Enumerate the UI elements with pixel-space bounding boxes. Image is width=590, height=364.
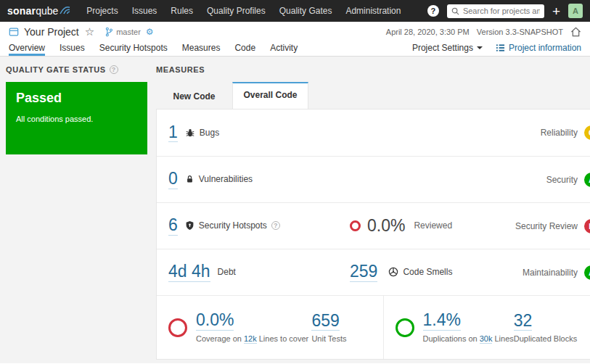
coverage-label-suffix: Lines to cover [259, 334, 308, 343]
tab-overall-code[interactable]: Overall Code [232, 82, 308, 109]
bugs-count[interactable]: 1 [168, 123, 178, 142]
nav-item-quality-profiles[interactable]: Quality Profiles [207, 6, 266, 16]
nav-item-projects[interactable]: Projects [86, 6, 118, 16]
maintainability-label: Maintainability [523, 268, 578, 278]
reviewed-ring-icon [350, 220, 361, 231]
coverage-duplications-row: 0.0% Coverage on 12k Lines to cover 659 … [157, 295, 590, 359]
list-icon [496, 44, 505, 52]
debt-value[interactable]: 4d 4h [168, 262, 210, 281]
tab-security-hotspots[interactable]: Security Hotspots [99, 43, 168, 56]
chevron-down-icon [477, 46, 483, 49]
unit-tests-label: Unit Tests [311, 334, 346, 343]
debt-label: Debt [218, 267, 236, 277]
code-smells-group: 259 Code Smells [350, 262, 452, 281]
coverage-value[interactable]: 0.0% [196, 311, 234, 330]
reliability-label: Reliability [541, 128, 578, 138]
nav-item-administration[interactable]: Administration [345, 6, 401, 16]
analysis-date: April 28, 2020, 3:30 PM [386, 28, 470, 36]
measures-title: MEASURES [156, 64, 590, 75]
tab-new-code[interactable]: New Code [156, 85, 232, 109]
vulnerabilities-count[interactable]: 0 [168, 170, 178, 189]
coverage-label: Coverage on 12k Lines to cover [196, 334, 308, 344]
tab-overview[interactable]: Overview [9, 43, 45, 56]
duplications-label-prefix: Duplications on [423, 334, 478, 343]
nav-item-rules[interactable]: Rules [171, 6, 193, 16]
duplicated-blocks-count[interactable]: 32 [514, 312, 533, 331]
duplicated-lines-link[interactable]: 30k [480, 334, 493, 344]
security-label: Security [546, 175, 578, 185]
quality-gate-title: QUALITY GATE STATUS ? [6, 64, 147, 75]
nav-item-issues[interactable]: Issues [132, 6, 157, 16]
sonarqube-logo[interactable]: sonarqube [7, 5, 70, 17]
user-avatar[interactable]: A [568, 4, 583, 18]
tab-activity[interactable]: Activity [270, 43, 298, 56]
duplications-stack: 1.4% Duplications on 30k Lines [423, 311, 514, 343]
coverage-ring-icon [168, 318, 187, 337]
unit-tests-count[interactable]: 659 [311, 312, 339, 331]
duplications-value[interactable]: 1.4% [423, 311, 461, 330]
maintainability-rating-badge[interactable]: A [584, 265, 590, 280]
search-input[interactable] [447, 4, 544, 18]
help-icon[interactable]: ? [427, 5, 439, 17]
vulnerabilities-row: 0 Vulnerabilities Security A [157, 156, 590, 202]
duplications-ring-icon [396, 318, 414, 337]
maintainability-row: 4d 4h Debt 259 Code Smells Maintainabili… [157, 249, 590, 295]
reviewed-value: 0.0% [367, 217, 405, 234]
code-smells-count[interactable]: 259 [350, 262, 377, 281]
vulnerabilities-metric: 0 Vulnerabilities [168, 170, 350, 189]
reviewed-label: Reviewed [414, 220, 452, 231]
shield-icon [185, 220, 194, 231]
coverage-stack: 0.0% Coverage on 12k Lines to cover [196, 311, 308, 343]
quality-gate-card: Passed All conditions passed. [6, 82, 147, 154]
project-information-label: Project information [509, 43, 581, 53]
hotspots-label: Security Hotspots [199, 220, 267, 231]
security-rating-badge[interactable]: A [584, 173, 590, 187]
code-smells-label-group: Code Smells [388, 267, 452, 277]
project-information-link[interactable]: Project information [496, 43, 581, 53]
tab-code[interactable]: Code [234, 43, 255, 56]
reliability-group: Reliability C [541, 125, 590, 140]
tabbar-right-group: Project Settings Project information [412, 43, 581, 56]
branch-selector[interactable]: master ⚙ [105, 27, 153, 37]
duplications-label: Duplications on 30k Lines [423, 334, 514, 344]
vulnerabilities-label-group: Vulnerabilities [185, 174, 253, 184]
project-header: Your Project ☆ master ⚙ April 28, 2020, … [0, 22, 590, 41]
duplications-label-suffix: Lines [494, 334, 513, 343]
code-smells-icon [388, 267, 398, 277]
bugs-row: 1 Bugs Reliability C [157, 109, 590, 156]
home-icon[interactable] [570, 27, 581, 37]
maintainability-group: Maintainability A [523, 265, 590, 280]
tab-issues[interactable]: Issues [60, 43, 85, 56]
project-settings-label: Project Settings [412, 43, 473, 53]
quality-gate-help-icon[interactable]: ? [110, 65, 118, 74]
brand-text-bold: sonar [7, 5, 36, 17]
measures-panel: 1 Bugs Reliability C 0 [156, 109, 590, 360]
hotspots-help-icon[interactable]: ? [271, 221, 280, 230]
duplicated-blocks-stack: 32 Duplicated Blocks [514, 312, 577, 343]
quality-gate-title-text: QUALITY GATE STATUS [6, 65, 106, 74]
favorite-star-icon[interactable]: ☆ [85, 27, 94, 37]
project-settings-dropdown[interactable]: Project Settings [412, 43, 483, 53]
plus-icon[interactable]: + [552, 4, 560, 18]
vulnerabilities-label: Vulnerabilities [199, 174, 253, 184]
branch-settings-gear-icon[interactable]: ⚙ [146, 28, 154, 36]
lines-to-cover-link[interactable]: 12k [244, 334, 257, 344]
bugs-metric: 1 Bugs [168, 123, 350, 142]
debt-metric: 4d 4h Debt [168, 262, 350, 281]
hotspots-count[interactable]: 6 [168, 216, 178, 235]
search-icon [451, 7, 459, 15]
security-review-rating-badge[interactable]: E [584, 219, 590, 233]
overview-content: QUALITY GATE STATUS ? Passed All conditi… [0, 57, 590, 363]
tab-measures[interactable]: Measures [182, 43, 221, 56]
global-search [447, 4, 544, 18]
unit-tests-stack: 659 Unit Tests [311, 312, 346, 343]
git-branch-icon [105, 27, 113, 37]
quality-gate-subtitle: All conditions passed. [16, 115, 137, 123]
project-icon [9, 27, 19, 37]
sonar-wave-icon [58, 8, 70, 15]
nav-item-quality-gates[interactable]: Quality Gates [279, 6, 332, 16]
coverage-section: 0.0% Coverage on 12k Lines to cover 659 … [157, 296, 384, 359]
duplications-section: 1.4% Duplications on 30k Lines 32 Duplic… [384, 296, 590, 359]
reliability-rating-badge[interactable]: C [584, 125, 590, 140]
security-hotspots-row: 6 Security Hotspots ? 0.0% Reviewed [157, 202, 590, 249]
